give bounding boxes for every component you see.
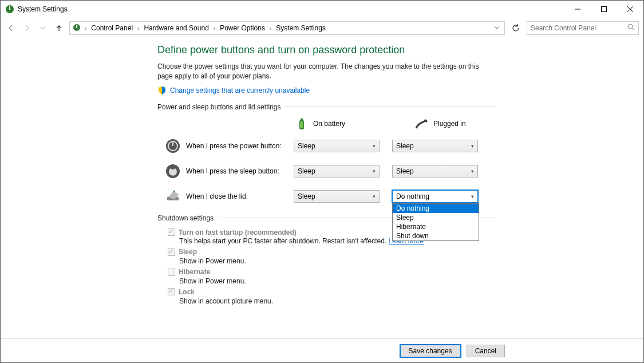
lock-checkbox[interactable] xyxy=(168,288,175,295)
navigation-bar: › Control Panel › Hardware and Sound › P… xyxy=(1,18,643,38)
option-shut-down[interactable]: Shut down xyxy=(393,231,479,240)
svg-rect-7 xyxy=(76,25,77,28)
svg-line-9 xyxy=(632,28,634,30)
forward-button[interactable] xyxy=(21,22,33,34)
sleep-checkbox[interactable] xyxy=(168,248,175,256)
svg-point-8 xyxy=(628,24,633,29)
sleep-button-plugged-select[interactable]: Sleep▾ xyxy=(392,165,478,177)
change-settings-admin-link[interactable]: Change settings that are currently unava… xyxy=(170,86,310,94)
mode-header: On battery Plugged in xyxy=(295,117,495,131)
window-title: System Settings xyxy=(18,5,68,13)
chevron-right-icon: › xyxy=(214,25,215,31)
sleep-button-label: When I press the sleep button: xyxy=(186,167,294,175)
power-button-icon xyxy=(165,139,180,153)
chevron-down-icon: ▾ xyxy=(471,143,474,149)
search-box[interactable] xyxy=(527,21,639,35)
shutdown-hibernate: Hibernate Show in Power menu. xyxy=(168,267,495,285)
chevron-right-icon: › xyxy=(270,25,271,31)
chevron-down-icon: ▾ xyxy=(373,143,376,149)
breadcrumb-hardware-and-sound[interactable]: Hardware and Sound xyxy=(143,23,210,33)
page-heading: Define power buttons and turn on passwor… xyxy=(157,44,495,56)
option-hibernate[interactable]: Hibernate xyxy=(393,222,479,231)
row-power-button: When I press the power button: Sleep▾ Sl… xyxy=(157,139,495,153)
search-input[interactable] xyxy=(531,24,627,32)
hibernate-checkbox[interactable] xyxy=(168,269,175,276)
refresh-button[interactable] xyxy=(509,22,522,34)
option-do-nothing[interactable]: Do nothing xyxy=(393,204,479,213)
content-area: Define power buttons and turn on passwor… xyxy=(157,44,495,307)
sleep-button-battery-select[interactable]: Sleep▾ xyxy=(294,165,380,177)
svg-rect-15 xyxy=(172,141,173,146)
row-sleep-button: When I press the sleep button: Sleep▾ Sl… xyxy=(157,164,495,179)
window-controls xyxy=(564,1,643,18)
sleep-button-icon xyxy=(165,164,180,179)
chevron-down-icon: ▾ xyxy=(373,194,376,199)
breadcrumb-system-settings[interactable]: System Settings xyxy=(275,23,327,33)
address-dropdown-icon[interactable] xyxy=(492,24,502,32)
power-button-plugged-select[interactable]: Sleep▾ xyxy=(392,140,478,152)
chevron-right-icon: › xyxy=(85,25,86,31)
close-lid-plugged-select[interactable]: Do nothing▾ Do nothing Sleep Hibernate S… xyxy=(392,190,478,203)
svg-rect-12 xyxy=(300,121,303,128)
svg-rect-11 xyxy=(301,119,303,120)
footer: Save changes Cancel xyxy=(1,338,643,362)
laptop-lid-icon xyxy=(165,189,180,204)
shutdown-sleep: Sleep Show in Power menu. xyxy=(168,247,495,265)
chevron-down-icon: ▾ xyxy=(373,168,376,174)
svg-rect-3 xyxy=(602,7,607,12)
close-lid-plugged-options: Do nothing Sleep Hibernate Shut down xyxy=(392,203,479,241)
group-power-sleep-lid: Power and sleep buttons and lid settings xyxy=(157,103,495,111)
close-lid-label: When I close the lid: xyxy=(186,192,294,200)
save-changes-button[interactable]: Save changes xyxy=(400,345,461,357)
address-bar[interactable]: › Control Panel › Hardware and Sound › P… xyxy=(69,21,505,35)
fast-startup-checkbox[interactable] xyxy=(168,228,175,236)
page-description: Choose the power settings that you want … xyxy=(157,62,495,81)
mode-plugged-in: Plugged in xyxy=(415,117,495,131)
option-sleep[interactable]: Sleep xyxy=(393,213,479,222)
power-button-label: When I press the power button: xyxy=(186,142,294,150)
close-button[interactable] xyxy=(617,1,643,18)
shutdown-lock: Lock Show in account picture menu. xyxy=(168,287,495,305)
back-button[interactable] xyxy=(5,22,17,34)
plug-icon xyxy=(415,117,429,131)
minimize-button[interactable] xyxy=(564,1,591,18)
row-close-lid: When I close the lid: Sleep▾ Do nothing▾… xyxy=(157,189,495,204)
up-button[interactable] xyxy=(53,22,65,34)
mode-battery: On battery xyxy=(295,117,375,131)
svg-rect-1 xyxy=(9,6,10,10)
app-icon xyxy=(5,5,14,14)
chevron-right-icon: › xyxy=(137,25,139,31)
chevron-down-icon: ▾ xyxy=(471,194,474,199)
chevron-down-icon: ▾ xyxy=(471,168,474,174)
history-dropdown-icon[interactable] xyxy=(37,22,49,34)
titlebar: System Settings xyxy=(1,1,643,18)
location-icon xyxy=(72,23,81,34)
admin-link-row: Change settings that are currently unava… xyxy=(157,86,495,95)
maximize-button[interactable] xyxy=(591,1,617,18)
close-lid-battery-select[interactable]: Sleep▾ xyxy=(294,190,380,203)
breadcrumb-control-panel[interactable]: Control Panel xyxy=(90,23,134,33)
battery-icon xyxy=(295,117,309,131)
shield-icon xyxy=(157,86,167,95)
cancel-button[interactable]: Cancel xyxy=(467,345,505,357)
power-button-battery-select[interactable]: Sleep▾ xyxy=(294,140,380,152)
search-icon xyxy=(627,23,635,33)
breadcrumb-power-options[interactable]: Power Options xyxy=(219,23,266,33)
